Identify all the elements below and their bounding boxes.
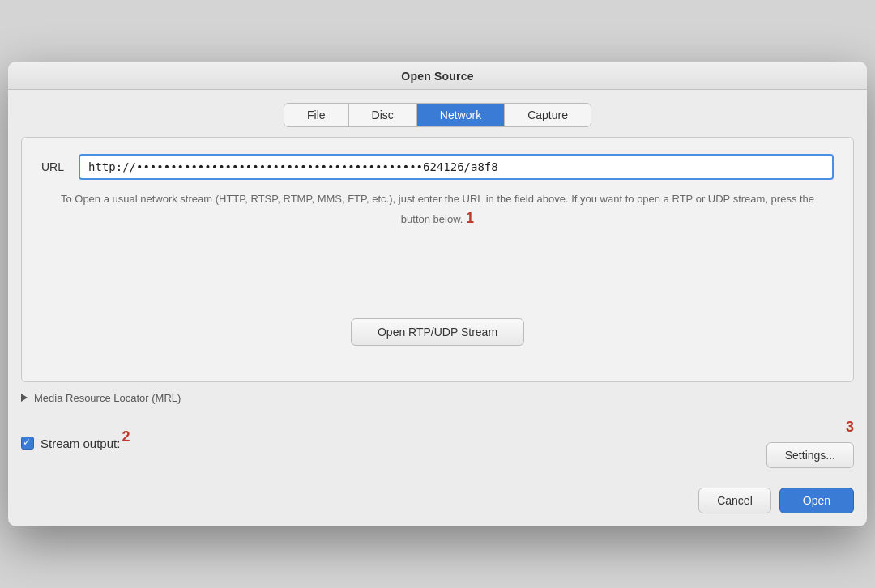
spacer	[41, 237, 834, 318]
annotation-1: 1	[466, 210, 474, 226]
url-row: URL	[41, 154, 834, 180]
stream-output-checkbox[interactable]	[21, 437, 34, 450]
annotation-2: 2	[122, 428, 130, 445]
help-text: To Open a usual network stream (HTTP, RT…	[41, 191, 834, 229]
cancel-button[interactable]: Cancel	[698, 488, 771, 513]
stream-output-label: Stream output:	[41, 437, 120, 450]
mrl-label: Media Resource Locator (MRL)	[34, 392, 181, 404]
bottom-right: 3 Settings...	[766, 419, 854, 468]
footer-buttons-row: Cancel Open	[8, 481, 867, 526]
open-button[interactable]: Open	[779, 488, 854, 513]
tab-bar: File Disc Network Capture	[8, 90, 867, 137]
tab-group: File Disc Network Capture	[284, 103, 591, 127]
url-label: URL	[41, 160, 66, 173]
tab-network[interactable]: Network	[417, 104, 505, 126]
rtp-udp-button[interactable]: Open RTP/UDP Stream	[351, 318, 524, 346]
mrl-section[interactable]: Media Resource Locator (MRL)	[8, 382, 867, 412]
stream-output-left: Stream output: 2	[21, 435, 766, 452]
title-bar: Open Source	[8, 62, 867, 90]
tab-capture[interactable]: Capture	[505, 104, 591, 126]
url-input[interactable]	[79, 154, 834, 180]
tab-disc[interactable]: Disc	[349, 104, 417, 126]
main-content: URL To Open a usual network stream (HTTP…	[21, 137, 854, 382]
settings-button[interactable]: Settings...	[766, 442, 854, 468]
dialog-title: Open Source	[401, 70, 473, 83]
rtp-button-row: Open RTP/UDP Stream	[41, 318, 834, 362]
mrl-triangle-icon	[21, 394, 28, 402]
annotation-3: 3	[846, 419, 854, 436]
bottom-row: Stream output: 2 3 Settings...	[8, 412, 867, 481]
tab-file[interactable]: File	[284, 104, 349, 126]
dialog: Open Source File Disc Network Capture UR…	[8, 62, 867, 526]
